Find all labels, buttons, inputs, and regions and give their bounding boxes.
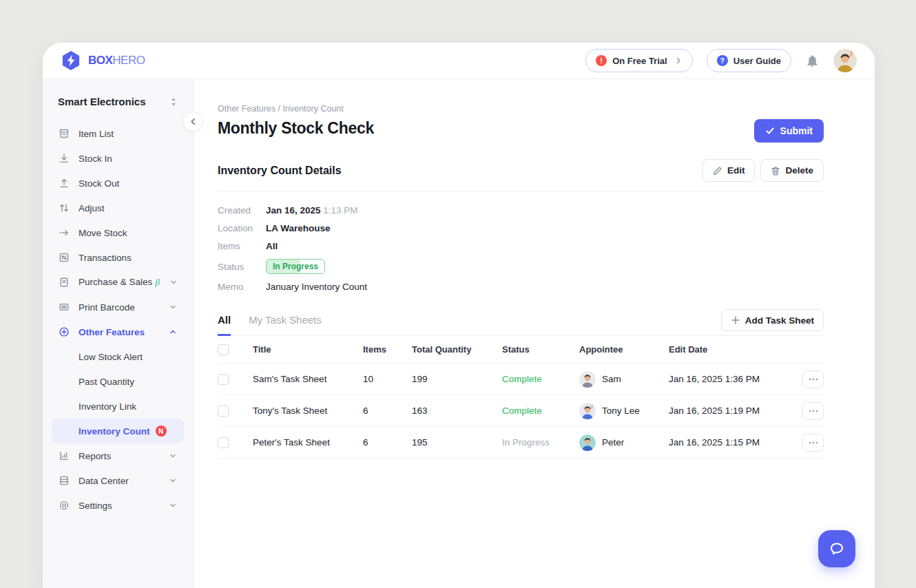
sidebar-item-purchase-sales[interactable]: Purchase & Salesβ bbox=[52, 270, 184, 295]
sidebar-item-label: Settings bbox=[79, 501, 159, 511]
app-window: BOXHERO ! On Free Trial ? User Guide bbox=[43, 43, 875, 588]
cell-total-quantity: 199 bbox=[412, 374, 502, 384]
add-task-sheet-label: Add Task Sheet bbox=[745, 315, 814, 326]
sidebar-item-data-center[interactable]: Data Center bbox=[52, 468, 184, 493]
row-checkbox[interactable] bbox=[218, 406, 229, 417]
beta-badge: β bbox=[155, 277, 160, 287]
cell-status: In Progress bbox=[502, 437, 579, 448]
page-title: Monthly Stock Check bbox=[218, 119, 374, 138]
items-label: Items bbox=[218, 241, 266, 251]
delete-button[interactable]: Delete bbox=[760, 159, 824, 182]
cell-title: Tony's Task Sheet bbox=[253, 406, 363, 416]
chevron-down-icon bbox=[169, 277, 178, 287]
tab-all[interactable]: All bbox=[218, 314, 231, 336]
user-guide-button[interactable]: ? User Guide bbox=[707, 49, 791, 72]
barcode-icon bbox=[58, 302, 70, 313]
sidebar-item-label: Stock Out bbox=[79, 178, 178, 189]
top-bar: BOXHERO ! On Free Trial ? User Guide bbox=[43, 43, 875, 79]
sidebar-item-label: Print Barcode bbox=[79, 302, 159, 313]
gear-icon bbox=[58, 500, 70, 512]
sidebar-item-label: Past Quantity bbox=[79, 377, 134, 387]
sidebar: Smart Electronics Item List Stock In Sto… bbox=[43, 79, 194, 588]
row-more-button[interactable] bbox=[802, 370, 824, 388]
breadcrumb-parent[interactable]: Other Features bbox=[218, 104, 275, 114]
sidebar-item-move-stock[interactable]: Move Stock bbox=[52, 220, 184, 245]
header-items: Items bbox=[363, 344, 412, 355]
header-total-quantity: Total Quantity bbox=[412, 344, 502, 355]
sidebar-item-inventory-link[interactable]: Inventory Link bbox=[52, 394, 184, 419]
chevron-down-icon bbox=[168, 501, 178, 510]
header-status: Status bbox=[502, 344, 579, 355]
location-label: Location bbox=[218, 223, 266, 233]
sidebar-item-label: Transactions bbox=[79, 253, 178, 263]
transactions-icon bbox=[58, 252, 70, 264]
table-header: Title Items Total Quantity Status Appoin… bbox=[218, 336, 824, 364]
move-arrow-icon bbox=[58, 227, 70, 239]
database-icon bbox=[58, 475, 70, 487]
sidebar-item-reports[interactable]: Reports bbox=[52, 443, 184, 468]
header-edit-date: Edit Date bbox=[669, 344, 800, 355]
user-avatar-image bbox=[833, 49, 857, 72]
sidebar-item-past-quantity[interactable]: Past Quantity bbox=[52, 369, 184, 394]
header-appointee: Appointee bbox=[579, 344, 669, 355]
chevron-down-icon bbox=[168, 302, 178, 312]
sidebar-item-other-features[interactable]: Other Features bbox=[52, 319, 184, 344]
sidebar-item-label: Move Stock bbox=[79, 228, 178, 238]
row-more-button[interactable] bbox=[802, 402, 824, 420]
add-task-sheet-button[interactable]: Add Task Sheet bbox=[721, 309, 824, 331]
team-switcher[interactable]: Smart Electronics bbox=[52, 93, 184, 121]
row-checkbox[interactable] bbox=[218, 437, 229, 448]
bell-icon bbox=[805, 54, 820, 68]
created-value: Jan 16, 2025 1:13 PM bbox=[266, 205, 367, 216]
box-icon bbox=[58, 128, 70, 140]
sidebar-item-stock-out[interactable]: Stock Out bbox=[52, 171, 184, 196]
notifications-button[interactable] bbox=[805, 54, 820, 68]
items-value: All bbox=[266, 241, 367, 251]
sidebar-item-transactions[interactable]: Transactions bbox=[52, 245, 184, 270]
trash-icon bbox=[771, 166, 780, 176]
sidebar-item-print-barcode[interactable]: Print Barcode bbox=[52, 295, 184, 319]
brand-box: BOX bbox=[88, 54, 112, 67]
sidebar-item-low-stock-alert[interactable]: Low Stock Alert bbox=[52, 344, 184, 369]
boxhero-logo[interactable]: BOXHERO bbox=[61, 50, 145, 71]
row-checkbox[interactable] bbox=[218, 374, 229, 385]
on-free-trial-button[interactable]: ! On Free Trial bbox=[585, 49, 692, 72]
chat-bubble-icon bbox=[828, 540, 846, 558]
memo-label: Memo bbox=[218, 282, 266, 292]
chevron-left-icon bbox=[189, 117, 198, 126]
breadcrumb: Other Features / Inventory Count bbox=[218, 104, 824, 114]
table-row[interactable]: Sam's Task Sheet 10 199 Complete Sam Jan… bbox=[218, 364, 824, 395]
edit-label: Edit bbox=[727, 165, 745, 176]
more-icon bbox=[809, 410, 818, 412]
memo-value: January Inventory Count bbox=[266, 282, 367, 292]
row-more-button[interactable] bbox=[802, 434, 824, 452]
submit-button[interactable]: Submit bbox=[754, 119, 824, 143]
breadcrumb-current[interactable]: Inventory Count bbox=[283, 104, 344, 114]
stock-out-icon bbox=[58, 178, 70, 189]
help-chat-button[interactable] bbox=[818, 530, 855, 567]
cell-total-quantity: 195 bbox=[412, 437, 502, 448]
sidebar-item-settings[interactable]: Settings bbox=[52, 493, 184, 518]
tab-my-task-sheets[interactable]: My Task Sheets bbox=[249, 314, 322, 335]
more-icon bbox=[809, 378, 818, 381]
edit-button[interactable]: Edit bbox=[702, 159, 756, 182]
appointee-avatar bbox=[579, 434, 596, 451]
more-icon bbox=[809, 441, 818, 444]
sidebar-item-label: Inventory Link bbox=[79, 401, 136, 412]
user-avatar[interactable] bbox=[833, 49, 857, 72]
cell-edit-date: Jan 16, 2025 1:19 PM bbox=[669, 406, 800, 416]
sidebar-item-adjust[interactable]: Adjust bbox=[52, 196, 184, 220]
sidebar-item-item-list[interactable]: Item List bbox=[52, 121, 184, 146]
select-all-checkbox[interactable] bbox=[218, 344, 229, 355]
table-row[interactable]: Tony's Task Sheet 6 163 Complete Tony Le… bbox=[218, 395, 824, 427]
sidebar-collapse-button[interactable] bbox=[183, 112, 203, 132]
appointee-name: Tony Lee bbox=[602, 406, 640, 416]
table-row[interactable]: Peter's Task Sheet 6 195 In Progress Pet… bbox=[218, 427, 824, 459]
sidebar-item-inventory-count[interactable]: Inventory Count N bbox=[52, 419, 184, 443]
appointee-name: Sam bbox=[602, 374, 621, 384]
main-content: Other Features / Inventory Count Monthly… bbox=[194, 79, 875, 588]
sidebar-item-stock-in[interactable]: Stock In bbox=[52, 146, 184, 171]
document-icon bbox=[58, 277, 70, 288]
appointee-avatar bbox=[579, 371, 596, 388]
sidebar-item-label: Item List bbox=[79, 129, 178, 139]
